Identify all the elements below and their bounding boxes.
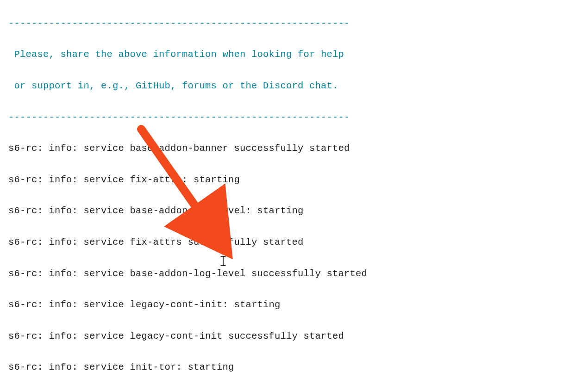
banner-line-2: or support in, e.g., GitHub, forums or t… xyxy=(8,78,588,94)
log-line: s6-rc: info: service base-addon-banner s… xyxy=(8,141,588,156)
banner-dash-bottom: ----------------------------------------… xyxy=(8,110,588,125)
log-line: s6-rc: info: service base-addon-log-leve… xyxy=(8,266,588,282)
log-line: s6-rc: info: service legacy-cont-init: s… xyxy=(8,297,588,313)
log-line: s6-rc: info: service fix-attrs: starting xyxy=(8,172,588,188)
log-output[interactable]: ----------------------------------------… xyxy=(0,0,588,372)
log-line: s6-rc: info: service legacy-cont-init su… xyxy=(8,329,588,344)
banner-dash-top: ----------------------------------------… xyxy=(8,16,588,31)
log-line: s6-rc: info: service init-tor: starting xyxy=(8,360,588,372)
log-line: s6-rc: info: service base-addon-log-leve… xyxy=(8,203,588,219)
log-line: s6-rc: info: service fix-attrs successfu… xyxy=(8,235,588,250)
banner-line-1: Please, share the above information when… xyxy=(8,47,588,62)
